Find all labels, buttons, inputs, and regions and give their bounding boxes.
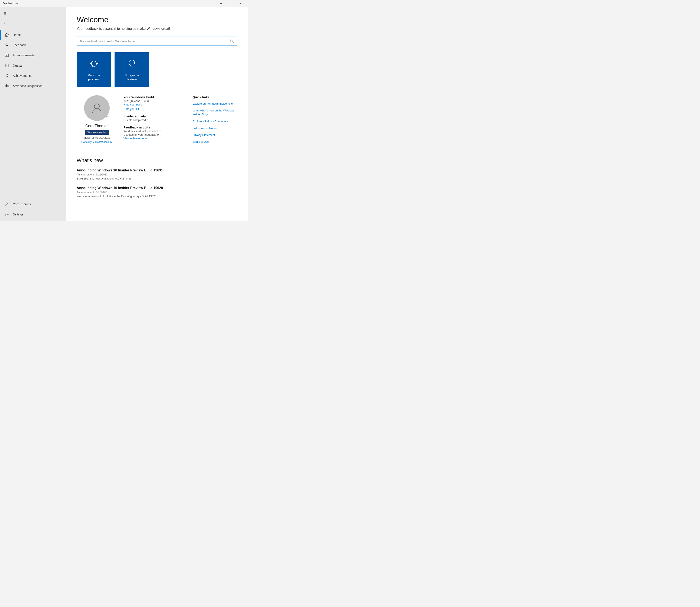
svg-rect-4 xyxy=(5,85,6,87)
svg-rect-2 xyxy=(5,64,8,67)
svg-rect-6 xyxy=(8,85,8,87)
ms-account-link[interactable]: Go to my Microsoft account xyxy=(81,141,113,144)
settings-icon xyxy=(3,211,10,218)
sidebar-item-feedback[interactable]: Feedback xyxy=(0,40,66,50)
rate-pc-link[interactable]: Rate your PC xyxy=(123,107,179,111)
avatar: + xyxy=(84,95,109,121)
quick-link-4[interactable]: Privacy Statement xyxy=(193,133,237,137)
home-icon xyxy=(3,32,10,38)
sidebar-settings-label: Settings xyxy=(13,213,24,216)
window-controls: ─ □ ✕ xyxy=(216,0,245,7)
report-problem-button[interactable]: Report aproblem xyxy=(77,52,111,87)
search-input[interactable] xyxy=(77,40,227,43)
suggest-feature-button[interactable]: Suggest afeature xyxy=(115,52,149,87)
sidebar-item-advanced[interactable]: Advanced Diagnostics xyxy=(0,81,66,91)
insider-badge: Windows Insider xyxy=(85,130,109,134)
quick-link-3[interactable]: Follow us on Twitter xyxy=(193,126,237,130)
sidebar-bottom: Cora Thomas Settings xyxy=(0,197,66,221)
svg-rect-1 xyxy=(5,54,8,57)
sidebar-top: ☰ ← xyxy=(0,7,66,30)
feedback-provided: Windows feedback provided: 0 xyxy=(123,129,179,133)
svg-point-9 xyxy=(231,40,233,42)
search-button[interactable] xyxy=(227,37,237,46)
build-title: Your Windows build xyxy=(123,95,179,99)
view-achievements-link[interactable]: View Achievements xyxy=(123,137,179,140)
insider-activity-section: Insider activity Quests completed: 1 xyxy=(123,114,179,122)
welcome-subtitle: Your feedback is essential to helping us… xyxy=(77,27,237,30)
quests-completed: Quests completed: 1 xyxy=(123,119,179,122)
news-item-1-title: Announcing Windows 10 Insider Preview Bu… xyxy=(77,186,237,190)
sidebar-user-label: Cora Thomas xyxy=(13,203,31,206)
quick-link-5[interactable]: Terms of Use xyxy=(193,140,237,144)
svg-rect-5 xyxy=(6,84,7,87)
whats-new-section: What's new Announcing Windows 10 Insider… xyxy=(77,158,237,198)
news-item-1-meta: Announcement - 5/13/2020 xyxy=(77,191,237,194)
welcome-title: Welcome xyxy=(77,15,237,24)
report-problem-label: Report aproblem xyxy=(88,73,100,81)
hamburger-button[interactable]: ☰ xyxy=(0,8,10,19)
sidebar-item-achievements-label: Achievements xyxy=(13,74,32,78)
maximize-button[interactable]: □ xyxy=(226,0,236,7)
svg-point-7 xyxy=(6,203,8,204)
sidebar-item-announcements-label: Announcements xyxy=(13,54,34,57)
sidebar-item-quests[interactable]: Quests xyxy=(0,60,66,70)
news-item-0-desc: Build 19631 is now available in the Fast… xyxy=(77,177,237,180)
sidebar: ☰ ← Home Feedb xyxy=(0,7,66,221)
user-name: Cora Thomas xyxy=(85,124,108,128)
bug-icon xyxy=(88,58,99,70)
bulb-icon xyxy=(126,58,137,70)
sidebar-item-advanced-label: Advanced Diagnostics xyxy=(13,84,42,88)
app-container: ☰ ← Home Feedb xyxy=(0,7,248,221)
nav-items: Home Feedback xyxy=(0,30,66,197)
svg-point-8 xyxy=(6,214,7,215)
user-icon xyxy=(3,201,10,208)
back-button[interactable]: ← xyxy=(0,19,10,27)
advanced-icon xyxy=(3,83,10,89)
sidebar-item-achievements[interactable]: Achievements xyxy=(0,70,66,81)
news-item-1[interactable]: Announcing Windows 10 Insider Preview Bu… xyxy=(77,186,237,198)
insider-since: Insider since 8/23/2018 xyxy=(84,136,110,139)
feedback-activity-section: Feedback activity Windows feedback provi… xyxy=(123,125,179,140)
feedback-icon xyxy=(3,42,10,48)
title-bar: Feedback Hub ─ □ ✕ xyxy=(0,0,248,7)
achievements-icon xyxy=(3,72,10,79)
build-section: Your Windows build 19h1_release 18363 Ra… xyxy=(123,95,179,111)
svg-point-3 xyxy=(6,74,8,76)
sidebar-item-user[interactable]: Cora Thomas xyxy=(0,199,66,209)
sidebar-item-quests-label: Quests xyxy=(13,64,22,67)
suggest-feature-label: Suggest afeature xyxy=(124,73,139,81)
quick-link-1[interactable]: Learn what's new on the Windows Insider … xyxy=(193,109,237,116)
sidebar-item-feedback-label: Feedback xyxy=(13,43,26,47)
quick-link-0[interactable]: Explore our Windows Insider site xyxy=(193,102,237,106)
rate-build-link[interactable]: Rate your build xyxy=(123,103,179,106)
quick-link-2[interactable]: Explore Windows Community xyxy=(193,120,237,123)
feedback-activity-title: Feedback activity xyxy=(123,125,179,129)
search-box xyxy=(77,37,237,46)
quick-links: Quick links Explore our Windows Insider … xyxy=(186,95,237,147)
avatar-plus-icon: + xyxy=(106,114,108,119)
sidebar-item-announcements[interactable]: Announcements xyxy=(0,50,66,60)
news-item-0-meta: Announcement - 5/21/2020 xyxy=(77,173,237,176)
close-button[interactable]: ✕ xyxy=(236,0,245,7)
whats-new-title: What's new xyxy=(77,158,237,163)
app-title: Feedback Hub xyxy=(3,2,216,5)
insider-activity-title: Insider activity xyxy=(123,114,179,118)
build-value: 19h1_release 18363 xyxy=(123,99,179,103)
news-item-0-title: Announcing Windows 10 Insider Preview Bu… xyxy=(77,168,237,172)
news-item-1-desc: We have a new build for folks in the Fas… xyxy=(77,195,237,198)
news-item-0[interactable]: Announcing Windows 10 Insider Preview Bu… xyxy=(77,168,237,180)
svg-point-11 xyxy=(94,104,99,109)
action-buttons: Report aproblem Suggest afeature xyxy=(77,52,237,87)
sidebar-item-home[interactable]: Home xyxy=(0,30,66,40)
user-profile: + Cora Thomas Windows Insider Insider si… xyxy=(77,95,123,144)
announcements-icon xyxy=(3,52,10,59)
sidebar-item-home-label: Home xyxy=(13,33,21,37)
user-info-section: + Cora Thomas Windows Insider Insider si… xyxy=(77,95,237,147)
main-content: Welcome Your feedback is essential to he… xyxy=(66,7,248,221)
quests-icon xyxy=(3,62,10,69)
user-stats: Your Windows build 19h1_release 18363 Ra… xyxy=(123,95,186,144)
minimize-button[interactable]: ─ xyxy=(216,0,226,7)
sidebar-item-settings[interactable]: Settings xyxy=(0,209,66,219)
feedback-upvotes: Upvotes on your feedback: 0 xyxy=(123,133,179,136)
quick-links-title: Quick links xyxy=(193,95,237,99)
